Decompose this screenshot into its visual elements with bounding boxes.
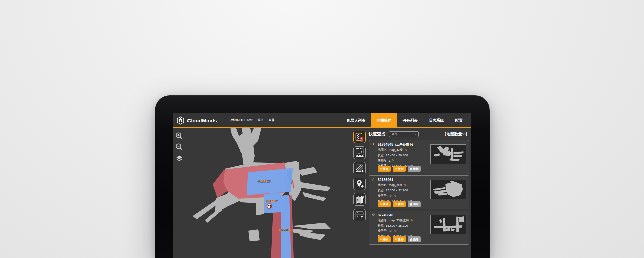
map-size-value: 25.400 × 50.000 [386,154,408,157]
edit-pencil-icon[interactable]: ✎ [410,219,413,222]
nav-log-system[interactable]: 日志系统 [423,113,449,127]
app-screen: CloudMinds 欢迎BJDT2_Test 退出 全屏 机器人列表 地图操作… [173,113,471,258]
edit-pencil-icon: ✎ [380,203,382,206]
modify-button[interactable]: ✎修改 [378,166,391,172]
map-thumbnail[interactable] [430,215,466,234]
map-card: ★ 51764845 (12号使用中) 地图名:map_33楼✎ 长宽:25.4… [369,140,469,174]
add-poi-icon [354,178,365,189]
map-id: 51764845 [378,142,393,146]
map-list-panel: 快速查找: 全部 ▾ 【地图数量:3】 ★ 51764845 (12号使用中) … [368,128,471,258]
trash-icon [410,203,412,206]
tool-map-upload-button[interactable] [353,209,366,221]
favorite-star-icon[interactable]: ★ [372,142,375,146]
map-thumbnail[interactable] [430,180,466,199]
tool-add-poi-button[interactable] [353,178,366,190]
field-label-name: 地图名: [378,183,388,187]
map-thumbnail[interactable] [430,144,466,164]
map-area-small[interactable] [264,192,283,213]
field-label-size: 长宽: [378,188,385,193]
field-label-floor: 楼层号: [378,158,388,163]
chevron-down-icon: ▾ [415,133,416,136]
nav-map-operations[interactable]: 地图操作 [371,113,397,127]
area-label-corridor: 80.215m² [279,228,292,232]
measure-area-icon [354,147,365,158]
edit-pencil-icon: ✎ [380,167,382,170]
trash-icon [410,168,412,170]
map-controls [175,132,183,162]
tool-virtual-wall-button[interactable] [353,162,366,174]
zoom-in-icon[interactable] [175,132,183,140]
delete-button[interactable]: 删除 [408,236,421,242]
nav-config[interactable]: 配置 [449,113,468,127]
copy-button[interactable]: ✎复制 [393,236,406,242]
edit-pencil-icon[interactable]: ✎ [404,148,407,152]
no-entry-badge-icon[interactable] [267,204,272,208]
tool-measure-area-button[interactable] [353,146,366,159]
quick-find-label: 快速查找: [369,131,387,137]
edit-pencil-icon[interactable]: ✎ [394,229,396,233]
nav-robot-list[interactable]: 机器人列表 [341,113,371,127]
map-card-title: 51764845 (12号使用中) [378,142,413,147]
map-card-actions: ✎修改 ✎复制 删除 [378,201,421,207]
modify-button[interactable]: ✎修改 [378,201,391,207]
field-label-size: 长宽: [378,224,385,228]
favorite-star-icon[interactable]: ☆ [372,177,375,182]
field-label-size: 长宽: [378,153,385,158]
map-count-badge: 【地图数量:3】 [443,132,469,137]
logout-link[interactable]: 退出 [258,118,263,122]
edit-pencil-icon[interactable]: ✎ [404,183,407,187]
delete-button[interactable]: 删除 [408,166,421,172]
edit-pencil-icon: ✎ [380,238,382,241]
tool-task-pin-button[interactable] [353,131,366,143]
map-card-actions: ✎修改 ✎复制 删除 [378,166,421,172]
area-label-small: 8.614m² [266,199,278,203]
favorite-star-icon[interactable]: ☆ [372,213,375,217]
field-label-floor: 楼层号: [378,194,388,198]
virtual-wall-add-icon [354,163,365,174]
welcome-text: 欢迎BJDT2_Test [230,118,253,122]
nav-task-list[interactable]: 任务列表 [397,113,423,127]
session-info: 欢迎BJDT2_Test 退出 全屏 [230,118,275,122]
quick-find-row: 快速查找: 全部 ▾ 【地图数量:3】 [369,130,469,138]
map-size-value: 56.600 × 25.100 [386,224,408,227]
map-card-title: 82186961 [378,178,394,182]
map-filter-value: 全部 [391,132,397,136]
map-filter-select[interactable]: 全部 ▾ [389,131,419,137]
layers-icon[interactable] [175,154,183,162]
edit-pencil-icon[interactable]: ✎ [394,194,396,198]
map-id: 82186961 [378,178,393,182]
brand-name: CloudMinds [187,118,217,123]
edit-pencil-icon: ✎ [395,238,397,241]
map-upload-icon [354,209,365,221]
map-card: ☆ 87749840 地图名:map_33层走廊✎ 长宽:56.600 × 25… [369,211,469,245]
map-red-marker-line [293,180,293,188]
map-area-corridor[interactable] [281,195,291,258]
edit-pencil-icon: ✎ [395,203,397,206]
trash-icon [410,238,412,241]
edit-pencil-icon: ✎ [395,167,397,170]
fullscreen-link[interactable]: 全屏 [269,118,274,122]
tool-map-marker-button[interactable] [353,193,366,206]
area-label-large: 40.519m² [258,180,271,183]
modify-button[interactable]: ✎修改 [378,236,391,242]
map-card: ☆ 82186961 地图名:map_腿腿✎ 长宽:23.200 × 22.90… [369,175,469,209]
map-card-fields: 地图名:map_33层走廊✎ 长宽:56.600 × 25.100 楼层号:33… [378,218,413,239]
main-nav: 机器人列表 地图操作 任务列表 日志系统 配置 [341,113,468,127]
map-card-fields: 地图名:map_33楼✎ 长宽:25.400 × 50.000 楼层号:1✎ 坐… [378,147,414,168]
map-floor-value: 33 [389,229,392,233]
field-label-name: 地图名: [378,218,388,223]
map-id: 87749840 [378,213,393,217]
copy-button[interactable]: ✎复制 [393,166,406,172]
delete-button[interactable]: 删除 [408,201,421,207]
slam-map-canvas[interactable]: 40.519m² 8.614m² 80.215m² [173,113,354,258]
map-name-value: map_33楼 [389,148,403,152]
map-floor-value: 1 [389,159,391,162]
edit-pencil-icon[interactable]: ✎ [392,159,395,162]
laptop-frame: CloudMinds 欢迎BJDT2_Test 退出 全屏 机器人列表 地图操作… [155,95,490,258]
map-marker-icon [354,194,365,205]
map-name-value: map_腿腿 [389,183,403,187]
zoom-out-icon[interactable] [175,143,183,151]
copy-button[interactable]: ✎复制 [393,201,406,207]
task-pin-icon [354,131,365,143]
map-card-title: 87749840 [378,213,394,217]
